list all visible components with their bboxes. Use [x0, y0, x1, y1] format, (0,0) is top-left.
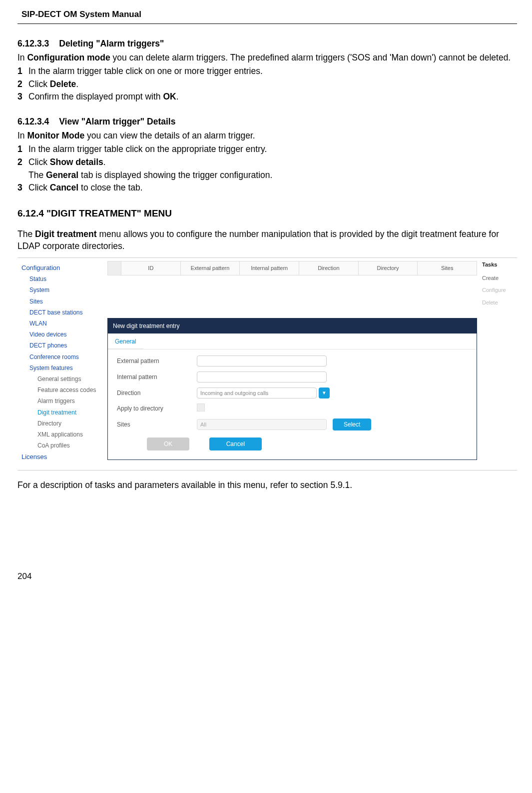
step-post: . [176, 92, 179, 102]
nav-subitem-coa-profiles[interactable]: CoA profiles [17, 440, 107, 451]
steps-deleting: 1 In the alarm trigger table click on on… [17, 66, 517, 103]
step-bold: OK [163, 92, 176, 102]
step-post: tab is displayed showing the trigger con… [78, 170, 272, 180]
step-body: Confirm the displayed prompt with OK. [28, 91, 517, 103]
digit-treatment-screenshot: Configuration Status System Sites DECT b… [17, 258, 517, 470]
label-direction: Direction [117, 389, 197, 397]
form-row-apply-to-directory: Apply to directory [117, 404, 468, 414]
step-continuation: The General tab is displayed showing the… [28, 170, 517, 182]
section-number: 6.12.3.3 [17, 38, 49, 50]
step-post: . [103, 157, 106, 167]
step-body: Click Cancel to close the tab. [28, 182, 517, 194]
input-external-pattern[interactable] [197, 356, 327, 366]
task-configure[interactable]: Configure [482, 286, 517, 294]
label-apply-to-directory: Apply to directory [117, 404, 197, 412]
label-internal-pattern: Internal pattern [117, 373, 197, 381]
panel-title: New digit treatment entry [108, 318, 477, 334]
nav-item-dect-phones[interactable]: DECT phones [17, 340, 107, 351]
nav-item-licenses[interactable]: Licenses [17, 451, 107, 463]
nav-item-conference-rooms[interactable]: Conference rooms [17, 352, 107, 362]
intro-bold: Digit treatment [35, 229, 96, 239]
step: 3 Click Cancel to close the tab. [17, 182, 517, 194]
nav-item-video-devices[interactable]: Video devices [17, 329, 107, 340]
step: 2 Click Delete. [17, 78, 517, 90]
step-body: In the alarm trigger table click on the … [28, 144, 517, 156]
ok-button[interactable]: OK [147, 438, 189, 450]
section-intro: The Digit treatment menu allows you to c… [17, 228, 517, 252]
step-bold: General [46, 170, 78, 180]
table-header-sites[interactable]: Sites [417, 262, 477, 275]
header-divider [17, 24, 517, 24]
panel-button-row: OK Cancel [117, 438, 468, 450]
tasks-heading: Tasks [482, 261, 517, 268]
intro-post: you can delete alarm triggers. The prede… [110, 52, 511, 62]
label-external-pattern: External pattern [117, 357, 197, 365]
nav-subitem-feature-access-codes[interactable]: Feature access codes [17, 384, 107, 396]
table-header-external-pattern[interactable]: External pattern [180, 262, 240, 275]
step-number: 1 [17, 66, 28, 78]
table-header-direction[interactable]: Direction [299, 262, 358, 275]
cancel-button[interactable]: Cancel [209, 438, 262, 450]
step-pre: Click [28, 157, 50, 167]
select-sites-button[interactable]: Select [333, 418, 371, 430]
intro-bold: Monitor Mode [27, 130, 84, 140]
nav-item-system[interactable]: System [17, 284, 107, 296]
nav-item-system-features[interactable]: System features [17, 362, 107, 374]
section-title: Deleting "Alarm triggers" [59, 38, 164, 48]
step: 3 Confirm the displayed prompt with OK. [17, 91, 517, 103]
intro-bold: Configuration mode [27, 52, 110, 62]
tab-general[interactable]: General [108, 334, 143, 349]
nav-subitem-alarm-triggers[interactable]: Alarm triggers [17, 396, 107, 406]
table-header-internal-pattern[interactable]: Internal pattern [239, 262, 299, 275]
checkbox-apply-to-directory[interactable] [197, 404, 205, 412]
nav-item-wlan[interactable]: WLAN [17, 318, 107, 329]
step-number: 2 [17, 156, 28, 168]
section-title: View "Alarm trigger" Details [59, 116, 175, 126]
form-row-sites: Sites AllSelect [117, 418, 468, 430]
step-pre: Click [28, 79, 50, 89]
step-post: to close the tab. [78, 182, 142, 192]
nav-subitem-general-settings[interactable]: General settings [17, 374, 107, 384]
table-header-checkbox[interactable] [108, 262, 121, 275]
step-body: In the alarm trigger table click on one … [28, 66, 517, 78]
step-number: 2 [17, 78, 28, 90]
page-header-title: SIP-DECT OM System Manual [17, 9, 517, 20]
task-delete[interactable]: Delete [482, 299, 517, 306]
after-figure-paragraph: For a description of tasks and parameter… [17, 480, 517, 492]
steps-view-details: 1 In the alarm trigger table click on th… [17, 144, 517, 194]
input-internal-pattern[interactable] [197, 372, 327, 382]
table-header-id[interactable]: ID [121, 262, 180, 275]
label-sites: Sites [117, 420, 197, 428]
task-create[interactable]: Create [482, 274, 517, 282]
section-heading-digit-treatment: 6.12.4 "DIGIT TREATMENT" MENU [17, 207, 517, 220]
main-content: ID External pattern Internal pattern Dir… [107, 261, 477, 460]
step-body: Click Delete. [28, 78, 517, 90]
select-direction[interactable]: Incoming and outgoing calls [197, 388, 317, 398]
step-pre: The [28, 170, 46, 180]
section-intro: In Monitor Mode you can view the details… [17, 130, 517, 142]
table-header-directory[interactable]: Directory [358, 262, 418, 275]
step-number: 3 [17, 182, 28, 194]
intro-pre: The [17, 229, 35, 239]
nav-item-dect-base-stations[interactable]: DECT base stations [17, 307, 107, 318]
nav-subitem-digit-treatment[interactable]: Digit treatment [17, 407, 107, 418]
step-post: . [76, 79, 78, 89]
nav-item-status[interactable]: Status [17, 274, 107, 284]
step-bold: Cancel [50, 182, 78, 192]
form-row-internal-pattern: Internal pattern [117, 372, 468, 382]
sidebar-nav: Configuration Status System Sites DECT b… [17, 261, 107, 463]
step-pre: Click [28, 182, 50, 192]
section-heading-deleting: 6.12.3.3Deleting "Alarm triggers" [17, 38, 517, 50]
intro-pre: In [17, 130, 27, 140]
nav-item-sites[interactable]: Sites [17, 296, 107, 307]
step-body: Click Show details. [28, 156, 517, 168]
nav-subitem-xml-applications[interactable]: XML applications [17, 429, 107, 440]
step: 2 Click Show details. [17, 156, 517, 168]
nav-subitem-directory[interactable]: Directory [17, 418, 107, 429]
page-number: 204 [17, 571, 517, 582]
nav-root[interactable]: Configuration [17, 262, 107, 274]
intro-pre: In [17, 52, 27, 62]
chevron-down-icon[interactable]: ▾ [319, 388, 330, 398]
section-number: 6.12.3.4 [17, 116, 49, 128]
intro-post: you can view the details of an alarm tri… [84, 130, 255, 140]
